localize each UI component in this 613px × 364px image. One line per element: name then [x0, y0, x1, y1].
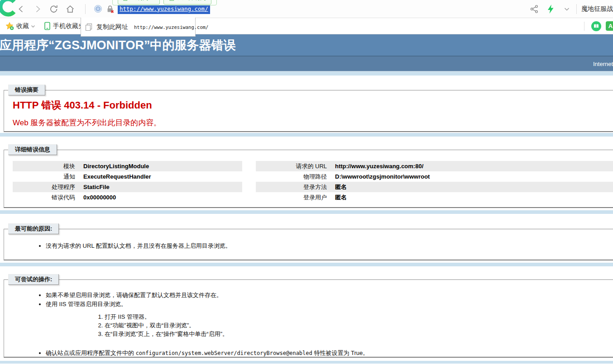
- row-label: 物理路径: [256, 173, 331, 181]
- things-to-try-fieldset: 可尝试的操作: 如果不希望启用目录浏览，请确保配置了默认文档并且该文件存在。 使…: [4, 279, 613, 358]
- config-attribute-code: configuration/system.webServer/directory…: [136, 350, 312, 356]
- table-row: 登录方法 匿名: [256, 182, 613, 192]
- table-row: 物理路径 D:\wwwroot\zgsjmonitor\wwwroot: [256, 171, 613, 182]
- browser-window: http://www.yuzesiwang.com/: [0, 0, 613, 364]
- row-label: 通知: [13, 173, 79, 181]
- row-value: D:\wwwroot\zgsjmonitor\wwwroot: [331, 173, 430, 180]
- browser-toolbar: http://www.yuzesiwang.com/: [0, 0, 613, 18]
- favorites-label: 收藏: [16, 22, 29, 30]
- list-item: 如果不希望启用目录浏览，请确保配置了默认文档并且该文件存在。: [46, 292, 613, 299]
- share-icon[interactable]: [529, 4, 539, 14]
- url-dropdown-item[interactable]: 复制此网址 http://www.yuzesiwang.com/: [81, 18, 196, 37]
- copy-icon: [123, 0, 129, 1]
- dropdown-url-text: http://www.yuzesiwang.com/: [134, 24, 208, 30]
- row-value: 匿名: [331, 183, 347, 191]
- server-version-text: Internet Information Services: [593, 61, 613, 67]
- row-value: 0x00000000: [79, 194, 116, 201]
- mobile-favorites-label: 手机收藏夹: [53, 22, 85, 30]
- detailed-error-legend: 详细错误信息: [8, 144, 57, 155]
- server-version-band: Internet Information Services: [0, 56, 613, 71]
- detail-table-left: 模块 DirectoryListingModule 通知 ExecuteRequ…: [13, 161, 242, 203]
- row-label: 登录方法: [256, 183, 331, 191]
- table-row: 登录用户 匿名: [256, 192, 613, 203]
- translate-icon[interactable]: A: [606, 21, 613, 31]
- row-label: 处理程序: [13, 183, 79, 191]
- copy-this-url-label: 复制此网址: [96, 23, 128, 31]
- row-value: ExecuteRequestHandler: [79, 173, 151, 180]
- detail-table-right: 请求的 URL http://www.yuzesiwang.com:80/ 物理…: [256, 161, 613, 203]
- detail-tables: 模块 DirectoryListingModule 通知 ExecuteRequ…: [13, 161, 613, 203]
- row-label: 模块: [13, 162, 79, 170]
- row-label: 请求的 URL: [256, 162, 331, 170]
- row-value: DirectoryListingModule: [79, 163, 149, 170]
- table-row: 错误代码 0x00000000: [13, 192, 242, 203]
- list-item: 打开 IIS 管理器。: [105, 313, 613, 321]
- reading-mode-icon[interactable]: [591, 21, 602, 32]
- likely-causes-legend: 最可能的原因:: [8, 223, 59, 234]
- phone-icon: [44, 22, 51, 30]
- row-label: 登录用户: [256, 194, 331, 202]
- row-value: 匿名: [331, 194, 347, 202]
- try-list: 如果不希望启用目录浏览，请确保配置了默认文档并且该文件存在。 使用 IIS 管理…: [4, 292, 613, 308]
- mobile-favorites-button[interactable]: 手机收藏夹: [44, 22, 85, 30]
- page-title: 应用程序“ZGSJMONITOR”中的服务器错误: [0, 37, 236, 53]
- toolbar-right: 魔地征服战: [529, 4, 613, 14]
- url-context-popup: 复制网址 粘贴并访问: [112, 0, 217, 5]
- things-to-try-container: 可尝试的操作: 如果不希望启用目录浏览，请确保配置了默认文档并且该文件存在。 使…: [0, 266, 613, 361]
- lightning-extension-icon[interactable]: [546, 4, 556, 14]
- try-steps-list: 打开 IIS 管理器。 在“功能”视图中，双击“目录浏览”。 在“目录浏览”页上…: [4, 313, 613, 338]
- toolbar-divider: [576, 4, 577, 14]
- list-item: 在“目录浏览”页上，在“操作”窗格中单击“启用”。: [105, 331, 613, 338]
- bookmark-title[interactable]: 魔地征服战: [581, 5, 613, 13]
- causes-list: 没有为请求的 URL 配置默认文档，并且没有在服务器上启用目录浏览。: [4, 242, 613, 250]
- page-body: 错误摘要 HTTP 错误 403.14 - Forbidden Web 服务器被…: [0, 71, 613, 364]
- table-row: 处理程序 StaticFile: [13, 182, 242, 192]
- browser-logo-icon[interactable]: [0, 0, 19, 18]
- error-description: Web 服务器被配置为不列出此目录的内容。: [13, 118, 613, 128]
- row-value: StaticFile: [79, 184, 110, 190]
- bookmarks-divider: [584, 22, 584, 31]
- error-summary-container: 错误摘要 HTTP 错误 403.14 - Forbidden Web 服务器被…: [0, 76, 613, 133]
- table-row: 模块 DirectoryListingModule: [13, 161, 242, 171]
- try-list-final: 确认站点或应用程序配置文件中的 configuration/system.web…: [4, 350, 613, 357]
- likely-causes-fieldset: 最可能的原因: 没有为请求的 URL 配置默认文档，并且没有在服务器上启用目录浏…: [4, 229, 613, 260]
- things-to-try-legend: 可尝试的操作:: [8, 274, 59, 285]
- detailed-error-fieldset: 详细错误信息 模块 DirectoryListingModule 通知 Exec…: [4, 150, 613, 208]
- list-item: 没有为请求的 URL 配置默认文档，并且没有在服务器上启用目录浏览。: [46, 242, 613, 250]
- detailed-error-container: 详细错误信息 模块 DirectoryListingModule 通知 Exec…: [0, 137, 613, 210]
- copy-icon: [85, 23, 92, 31]
- row-value: http://www.yuzesiwang.com:80/: [331, 163, 423, 170]
- site-info-icon[interactable]: [94, 5, 102, 13]
- error-summary-legend: 错误摘要: [8, 85, 45, 95]
- refresh-button[interactable]: [49, 4, 59, 14]
- row-label: 错误代码: [13, 194, 79, 202]
- chevron-down-icon: [30, 24, 36, 29]
- table-row: 请求的 URL http://www.yuzesiwang.com:80/: [256, 161, 613, 171]
- list-item: 在“功能”视图中，双击“目录浏览”。: [105, 322, 613, 329]
- error-summary-fieldset: 错误摘要 HTTP 错误 403.14 - Forbidden Web 服务器被…: [4, 90, 613, 132]
- final-suffix: 特性被设置为 True。: [312, 350, 369, 356]
- paste-go-button[interactable]: 粘贴并访问: [163, 0, 211, 5]
- page-header: 应用程序“ZGSJMONITOR”中的服务器错误: [0, 34, 613, 56]
- error-title: HTTP 错误 403.14 - Forbidden: [13, 99, 613, 112]
- copy-url-label: 复制网址: [131, 0, 154, 2]
- final-prefix: 确认站点或应用程序配置文件中的: [46, 350, 136, 356]
- likely-causes-container: 最可能的原因: 没有为请求的 URL 配置默认文档，并且没有在服务器上启用目录浏…: [0, 214, 613, 263]
- error-page: 应用程序“ZGSJMONITOR”中的服务器错误 Internet Inform…: [0, 34, 613, 364]
- paste-go-label: 粘贴并访问: [177, 0, 206, 2]
- paste-icon: [169, 0, 174, 1]
- list-item: 使用 IIS 管理器启用目录浏览。: [46, 301, 613, 308]
- table-row: 通知 ExecuteRequestHandler: [13, 171, 242, 182]
- home-button[interactable]: [65, 4, 75, 14]
- forward-button[interactable]: [33, 4, 43, 14]
- toolbar-divider: [85, 4, 86, 14]
- copy-url-button[interactable]: 复制网址: [118, 0, 160, 5]
- chevron-down-icon[interactable]: [562, 4, 572, 14]
- star-add-icon: [5, 22, 14, 30]
- list-item: 确认站点或应用程序配置文件中的 configuration/system.web…: [46, 350, 613, 357]
- bookmarks-right: A: [578, 21, 613, 32]
- favorites-button[interactable]: 收藏: [5, 22, 36, 30]
